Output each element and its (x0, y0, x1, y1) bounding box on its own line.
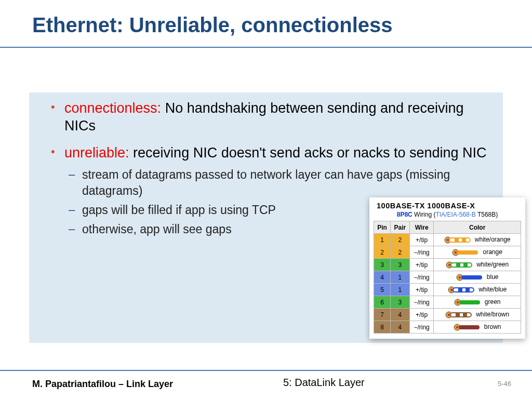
svg-rect-15 (461, 275, 482, 280)
svg-rect-10 (451, 263, 472, 267)
cell-wire: +/tip (409, 309, 433, 321)
cell-pair: 2 (390, 246, 409, 259)
svg-rect-31 (459, 325, 480, 329)
cell-wire: +/tip (409, 234, 433, 246)
cell-pair: 2 (390, 234, 409, 246)
title-divider (0, 47, 532, 48)
col-color: Color (434, 221, 521, 234)
sub-bullet-item: stream of datagrams passed to network la… (64, 167, 488, 199)
wiring-card-subtitle: 8P8C Wiring (TIA/EIA-568-B T568B) (374, 211, 521, 221)
cell-pin: 8 (374, 321, 391, 334)
svg-rect-20 (466, 288, 470, 292)
bullet-keyword: connectionless: (64, 100, 161, 116)
cell-color: blue (434, 271, 521, 284)
svg-rect-18 (453, 288, 474, 292)
svg-point-22 (457, 301, 459, 303)
cell-pair: 4 (390, 309, 409, 321)
col-pair: Pair (390, 221, 409, 234)
wiring-table-card: 100BASE-TX 1000BASE-X 8P8C Wiring (TIA/E… (369, 197, 525, 339)
bullet-item: connectionless: No handshaking between s… (44, 100, 488, 135)
wiring-sub-text: Wiring ( (413, 211, 436, 218)
col-wire: Wire (409, 221, 433, 234)
wiring-card-title: 100BASE-TX 1000BASE-X (374, 201, 521, 211)
table-header-row: Pin Pair Wire Color (374, 221, 521, 234)
cell-pair: 1 (390, 271, 409, 284)
cell-color: white/brown (434, 309, 521, 321)
col-pin: Pin (374, 221, 391, 234)
wiring-sub-text: T568B) (476, 211, 498, 218)
cell-color: orange (434, 246, 521, 259)
svg-rect-27 (456, 313, 460, 317)
cell-pin: 3 (374, 259, 391, 271)
table-row: 74+/tip white/brown (374, 309, 521, 321)
cell-color: white/green (434, 259, 521, 271)
cell-wire: −/ring (409, 246, 433, 259)
wiring-sub-link: TIA/EIA-568-B (435, 211, 475, 218)
svg-rect-19 (458, 288, 462, 292)
svg-rect-2 (449, 238, 470, 242)
cell-pair: 4 (390, 321, 409, 334)
svg-point-14 (459, 276, 461, 278)
page-title: Ethernet: Unreliable, connectionless (32, 14, 393, 37)
table-row: 33+/tip white/green (374, 259, 521, 271)
svg-rect-7 (457, 250, 478, 255)
svg-rect-11 (456, 263, 460, 267)
svg-point-25 (448, 313, 450, 315)
svg-rect-4 (462, 238, 466, 242)
cell-wire: −/ring (409, 321, 433, 334)
cell-wire: −/ring (409, 296, 433, 309)
cell-pin: 7 (374, 309, 391, 321)
cell-wire: −/ring (409, 271, 433, 284)
bullet-keyword: unreliable: (64, 145, 129, 161)
cell-wire: +/tip (409, 284, 433, 296)
table-row: 22−/ring orange (374, 246, 521, 259)
svg-point-6 (455, 251, 457, 253)
table-row: 51+/tip white/blue (374, 284, 521, 296)
cell-pin: 4 (374, 271, 391, 284)
svg-rect-28 (463, 313, 467, 317)
table-row: 63−/ring green (374, 296, 521, 309)
cell-color: brown (434, 321, 521, 334)
svg-rect-26 (450, 313, 471, 317)
wiring-sub-bold: 8P8C (397, 211, 413, 218)
table-row: 84−/ring brown (374, 321, 521, 334)
svg-point-17 (450, 288, 453, 290)
svg-rect-12 (463, 263, 468, 267)
cell-color: green (434, 296, 521, 309)
cell-pin: 6 (374, 296, 391, 309)
cell-pin: 1 (374, 234, 391, 246)
svg-point-30 (456, 326, 458, 328)
cell-color: white/orange (434, 234, 521, 246)
footer-slide-number: 5-46 (498, 380, 511, 388)
cell-wire: +/tip (409, 259, 433, 271)
footer-divider (0, 370, 532, 371)
footer-section: 5: DataLink Layer (283, 377, 365, 389)
cell-color: white/blue (434, 284, 521, 296)
svg-point-9 (448, 263, 450, 265)
cell-pin: 5 (374, 284, 391, 296)
svg-rect-3 (455, 238, 459, 242)
cell-pair: 1 (390, 284, 409, 296)
cell-pin: 2 (374, 246, 391, 259)
table-row: 12+/tip white/orange (374, 234, 521, 246)
wiring-table: Pin Pair Wire Color 12+/tip white/orange… (374, 221, 521, 334)
svg-point-1 (447, 238, 449, 241)
table-row: 41−/ring blue (374, 271, 521, 284)
cell-pair: 3 (390, 296, 409, 309)
svg-rect-23 (459, 300, 480, 304)
footer-author: M. Papatriantafilou – Link Layer (32, 379, 173, 390)
bullet-text: receiving NIC doesn't send acks or nacks… (129, 145, 487, 161)
cell-pair: 3 (390, 259, 409, 271)
